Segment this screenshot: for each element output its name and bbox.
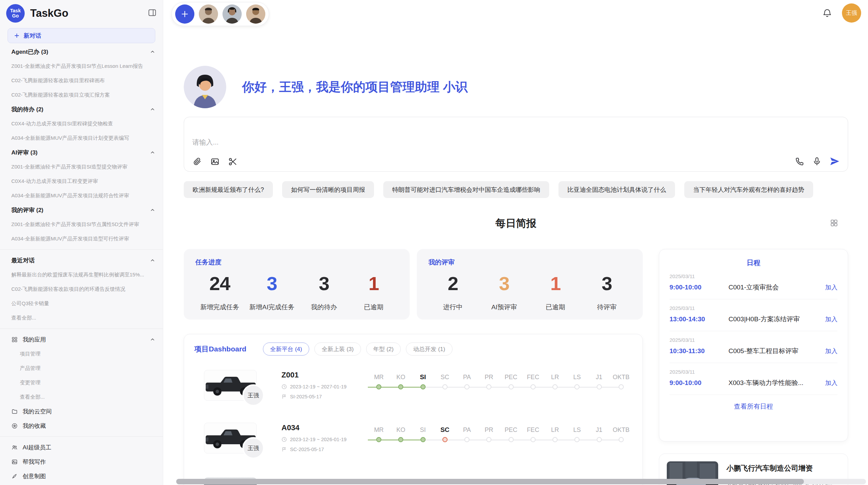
news-title: 小鹏飞行汽车制造公司增资 (726, 463, 832, 473)
recent-item[interactable]: 公司Q3轻卡销量 (0, 296, 163, 311)
recent-item[interactable]: 解释最新出台的欧盟报废车法规再生塑料比例被调至15%... (0, 268, 163, 282)
dashboard-tab[interactable]: 全新上装 (3) (314, 343, 361, 356)
topbar: 王强 (171, 2, 861, 26)
horizontal-scrollbar-track[interactable] (176, 479, 866, 484)
input-right-icons (795, 156, 840, 166)
schedule-date: 2025/03/11 (670, 273, 837, 279)
schedule-row: 9:00-10:00 X003-车辆动力学性能验... 加入 (670, 378, 837, 387)
sidebar-item[interactable]: C0X4-动力总成开发项目工程变更评审 (0, 174, 163, 188)
dashboard-tab[interactable]: 年型 (2) (366, 343, 401, 356)
sidebar-item[interactable]: Z001-全新燃油轻卡产品开发项目SI造型提交物评审 (0, 160, 163, 174)
recent-item[interactable]: 查看全部... (0, 311, 163, 325)
section-header[interactable]: 我的待办 (2) (0, 102, 163, 116)
phone-icon[interactable] (795, 157, 805, 166)
suggestion-chip[interactable]: 如何写一份清晰的项目周报 (282, 181, 374, 198)
sidebar-item[interactable]: A034-全新新能源MUV产品开发项目造型可行性评审 (0, 232, 163, 246)
section-header[interactable]: 我的评审 (2) (0, 203, 163, 217)
suggestion-chip[interactable]: 比亚迪全固态电池计划具体说了什么 (558, 181, 675, 198)
dashboard-tab[interactable]: 动总开发 (1) (406, 343, 453, 356)
send-icon[interactable] (829, 156, 840, 166)
sidebar-item-creative-drawing[interactable]: 创意制图 (0, 469, 163, 483)
sidebar-item[interactable]: C02-飞腾新能源轻客改款项目里程碑画布 (0, 73, 163, 88)
stat: 3 新增AI完成任务 (249, 272, 294, 312)
scissors-icon[interactable] (228, 157, 238, 166)
mic-icon[interactable] (812, 157, 822, 166)
avatar-photo-3[interactable] (246, 4, 265, 24)
milestone-label: PR (478, 372, 500, 382)
join-button[interactable]: 加入 (825, 315, 837, 323)
project-row[interactable]: 王强 A034 2023-12-19 ~ 2026-01-19 (194, 423, 632, 461)
join-button[interactable]: 加入 (825, 379, 837, 387)
recent-item[interactable]: C02-飞腾新能源轻客改款项目的闭环通告反馈情况 (0, 282, 163, 296)
sidebar-item[interactable]: C0X4-动力总成开发项目SI里程碑提交物检查 (0, 116, 163, 131)
section-header[interactable]: Agent已办 (3) (0, 45, 163, 59)
sidebar-item[interactable]: A034-全新新能源MUV产品开发项目计划变更表编写 (0, 131, 163, 145)
dashboard-title: 项目Dashboard (194, 344, 246, 354)
sidebar-item-ai-super-staff[interactable]: AI超级员工 (0, 440, 163, 455)
schedule-item: 2025/03/11 9:00-10:00 C001-立项审批会 加入 (670, 268, 837, 299)
plus-icon (14, 33, 20, 38)
join-button[interactable]: 加入 (825, 347, 837, 355)
milestone: KO (390, 372, 412, 391)
add-button[interactable] (175, 4, 194, 24)
section-header[interactable]: AI评审 (3) (0, 145, 163, 160)
suggestion-chip[interactable]: 欧洲新规最近颁布了什么? (184, 181, 273, 198)
clock-icon (281, 437, 287, 442)
app-item[interactable]: 查看全部... (0, 390, 163, 404)
stat-value: 3 (484, 272, 525, 295)
tab-label: 动总开发 (1) (413, 345, 445, 353)
user-avatar[interactable]: 王强 (842, 3, 861, 23)
milestone-dot (486, 384, 492, 389)
schedule-item: 2025/03/11 13:00-14:30 C003|H0B-方案冻结评审 加… (670, 299, 837, 331)
suggestion-chip[interactable]: 当下年轻人对汽车外观有怎样的喜好趋势 (684, 181, 813, 198)
sidebar-item[interactable]: Z001-全新燃油皮卡产品开发项目SI节点Lesson Learn报告 (0, 59, 163, 73)
sidebar-collapse-button[interactable] (148, 8, 157, 17)
project-name: A034 (281, 423, 368, 432)
app-item[interactable]: 产品管理 (0, 361, 163, 375)
recent-header[interactable]: 最近对话 (0, 253, 163, 268)
avatar-photo-1[interactable] (199, 4, 218, 24)
milestone: MR (368, 372, 390, 391)
greeting-text: 你好，王强，我是你的项目管理助理 小识 (242, 79, 468, 96)
suggestion-chip[interactable]: 特朗普可能对进口汽车增税会对中国车企造成哪些影响 (383, 181, 549, 198)
dashboard-tab[interactable]: 全新平台 (4) (263, 343, 310, 356)
project-flag: SI-2025-05-17 (281, 394, 368, 399)
project-row[interactable]: 王强 Z001 2023-12-19 ~ 2027-01-19 (194, 370, 632, 408)
milestone-dot (376, 384, 382, 389)
ai-super-staff-label: AI超级员工 (23, 444, 51, 451)
sidebar-item-favorites[interactable]: 我的收藏 (0, 419, 163, 433)
join-button[interactable]: 加入 (825, 283, 837, 291)
chat-input[interactable] (192, 138, 724, 146)
project-list: 王强 Z001 2023-12-19 ~ 2027-01-19 (194, 370, 632, 461)
milestone-track (390, 436, 412, 444)
milestone-track (500, 436, 522, 444)
image-icon[interactable] (210, 157, 220, 166)
horizontal-scrollbar-thumb[interactable] (176, 479, 804, 484)
stat-card: 我的评审 2 进行中 3 (417, 249, 643, 320)
quick-access-pill (171, 2, 269, 26)
milestone-dot (575, 384, 580, 389)
milestone-dot (553, 437, 558, 442)
layout-grid-icon[interactable] (830, 219, 839, 227)
avatar-photo-2[interactable] (222, 4, 242, 24)
stat-label: 待评审 (587, 303, 627, 312)
sidebar-item-help-me-write[interactable]: 帮我写作 (0, 455, 163, 469)
milestone-label: SI (412, 372, 434, 382)
my-apps-header[interactable]: 我的应用 (0, 332, 163, 347)
chevron-up-icon (150, 207, 155, 213)
bell-icon[interactable] (822, 8, 832, 18)
sidebar-item[interactable]: A034-全新新能源MUV产品开发项目法规符合性评审 (0, 188, 163, 203)
new-chat-button[interactable]: 新对话 (8, 28, 155, 43)
sidebar-item-cloud-space[interactable]: 我的云空间 (0, 404, 163, 419)
project-media: 王强 (204, 370, 281, 408)
sidebar-item[interactable]: C02-飞腾新能源轻客改款项目立项汇报方案 (0, 88, 163, 102)
paperclip-icon[interactable] (192, 157, 202, 166)
sidebar-item[interactable]: Z001-全新燃油轻卡产品开发项目SI节点属性5D文件评审 (0, 217, 163, 232)
app-item[interactable]: 变更管理 (0, 375, 163, 390)
milestone: LR (544, 425, 566, 444)
view-all-schedule-button[interactable]: 查看所有日程 (670, 395, 837, 418)
milestone-dot (442, 437, 447, 442)
app-item[interactable]: 项目管理 (0, 347, 163, 361)
stat-value: 3 (587, 272, 627, 295)
milestone-dot (575, 437, 580, 442)
